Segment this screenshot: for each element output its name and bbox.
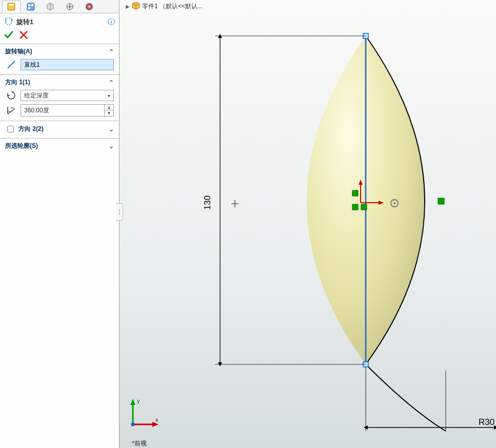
view-orientation-label: *前视: [132, 439, 147, 448]
help-icon[interactable]: ⓘ: [108, 17, 115, 27]
angle-icon[interactable]: A1: [5, 106, 17, 115]
svg-point-8: [86, 3, 93, 10]
triad-x-label: x: [155, 417, 158, 423]
svg-rect-4: [28, 7, 30, 9]
relation-glyph[interactable]: [438, 198, 444, 204]
relation-glyph[interactable]: [352, 190, 358, 196]
axis-line-icon[interactable]: [5, 60, 17, 69]
angle-value: 360.00度: [21, 106, 104, 115]
relation-glyph[interactable]: [361, 204, 367, 210]
svg-point-7: [69, 6, 71, 7]
svg-point-25: [131, 423, 135, 426]
tab-dimxpert[interactable]: [61, 1, 79, 13]
section-dir1-header[interactable]: 方向 1(1) ⌃: [5, 78, 114, 87]
chevron-up-icon: ⌃: [109, 79, 114, 86]
revolve-icon: [4, 16, 13, 27]
section-dir2-header[interactable]: 方向 2(2) ⌄: [5, 124, 114, 134]
section-axis-header[interactable]: 旋转轴(A) ⌃: [5, 47, 114, 56]
cancel-button[interactable]: [19, 31, 28, 39]
svg-text:A1: A1: [11, 106, 15, 109]
view-triad[interactable]: y x: [127, 395, 163, 431]
property-manager-panel: 旋转1 ⓘ 旋转轴(A) ⌃ 方向 1(1) ⌃: [0, 0, 120, 448]
svg-point-9: [6, 17, 12, 25]
tab-display-manager[interactable]: [80, 1, 98, 13]
end-condition-select[interactable]: 给定深度 ▾: [21, 90, 114, 101]
section-contour-header[interactable]: 所选轮廓(S) ⌄: [5, 142, 114, 150]
svg-line-10: [8, 61, 15, 68]
panel-splitter-handle[interactable]: [116, 203, 123, 221]
feature-title: 旋转1: [16, 17, 105, 27]
chevron-down-icon: ⌄: [109, 126, 114, 133]
dimension-radius[interactable]: R30: [366, 371, 496, 431]
tab-config-manager[interactable]: [41, 1, 59, 13]
origin-cross-marker: [231, 200, 239, 207]
end-condition-value: 给定深度: [24, 91, 49, 100]
tab-feature-manager[interactable]: [2, 1, 21, 13]
reverse-direction-icon[interactable]: [5, 91, 17, 100]
graphics-viewport[interactable]: ▶ 零件1 （默认<<默认...: [120, 0, 496, 448]
chevron-down-icon: ⌄: [109, 143, 114, 150]
relation-glyph[interactable]: [352, 204, 358, 210]
dir2-checkbox[interactable]: [7, 126, 14, 132]
sidebar-tabs: [0, 0, 119, 13]
section-contour-title: 所选轮廓(S): [5, 142, 38, 150]
tab-property-manager[interactable]: [22, 1, 40, 13]
dir2-label: 方向 2(2): [18, 125, 44, 133]
spinner-up[interactable]: ▲: [105, 105, 113, 110]
chevron-up-icon: ⌃: [109, 48, 114, 55]
dimension-vertical-value: 130: [203, 196, 212, 210]
svg-rect-1: [9, 4, 14, 6]
spinner-down[interactable]: ▼: [105, 110, 113, 116]
revolved-body: [307, 36, 446, 431]
section-axis-title: 旋转轴(A): [5, 47, 32, 56]
angle-spinner[interactable]: 360.00度 ▲▼: [21, 104, 114, 116]
svg-rect-5: [31, 4, 33, 6]
chevron-down-icon: ▾: [108, 93, 110, 99]
dimension-radius-value: R30: [479, 417, 494, 427]
svg-rect-3: [28, 4, 30, 6]
section-dir1-title: 方向 1(1): [5, 78, 30, 87]
ok-button[interactable]: [4, 30, 13, 40]
axis-input[interactable]: [21, 59, 114, 70]
svg-point-15: [393, 202, 395, 204]
triad-y-label: y: [137, 398, 140, 404]
viewport-svg: 130 R30: [120, 0, 496, 448]
